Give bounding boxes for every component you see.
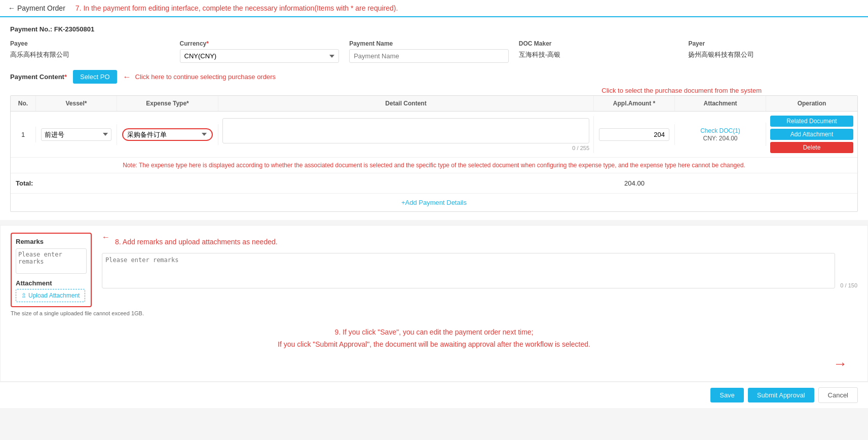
select-po-annotation: ← Click here to continue selecting purch… <box>123 72 276 82</box>
bottom-section: Remarks Attachment ⇫ Upload Attachment ←… <box>0 225 868 382</box>
upload-label: Upload Attachment <box>28 292 80 299</box>
expense-type-oval: 采购备件订单 <box>122 128 213 141</box>
payee-value: 高乐高科技有限公司 <box>10 49 170 60</box>
remarks-label: Remarks <box>16 238 87 245</box>
doc-maker-group: DOC Maker 互海科技-高银 <box>519 40 689 60</box>
row-vessel: 前进号 <box>36 124 117 145</box>
cancel-button[interactable]: Cancel <box>818 387 858 403</box>
row-expense-type: 采购备件订单 <box>117 124 218 145</box>
payment-table: No. Vessel* Expense Type* Detail Content… <box>10 95 858 212</box>
related-document-button[interactable]: Related Document <box>770 116 853 127</box>
upload-attachment-button[interactable]: ⇫ Upload Attachment <box>16 289 85 302</box>
step9-line1: 9. If you click "Save", you can edit the… <box>11 326 857 339</box>
note-text: Note: The expense type here is displayed… <box>16 162 852 169</box>
payment-name-input[interactable] <box>349 49 509 63</box>
row-no: 1 <box>11 127 36 142</box>
col-operation: Operation <box>766 96 857 111</box>
select-po-annotation-text: Click here to continue selecting purchas… <box>135 73 276 81</box>
top-instruction: 7. In the payment form editing interface… <box>76 4 398 12</box>
file-size-note: The size of a single uploaded file canno… <box>11 310 857 316</box>
remarks-full-row: 0 / 150 <box>102 253 857 288</box>
table-header: No. Vessel* Expense Type* Detail Content… <box>11 96 857 112</box>
remarks-full-textarea[interactable] <box>102 253 835 288</box>
payment-no-value: FK-23050801 <box>54 25 95 33</box>
payment-no-label: Payment No.: <box>10 25 52 33</box>
payment-content-label: Payment Content* <box>10 73 67 81</box>
step9-annotation: 9. If you click "Save", you can edit the… <box>11 326 857 351</box>
currency-label: Currency* <box>180 40 339 47</box>
delete-button[interactable]: Delete <box>770 142 853 153</box>
currency-group: Currency* CNY(CNY) <box>180 40 350 63</box>
cny-amount: CNY: 204.00 <box>703 135 737 142</box>
right-remarks-area: ← 8. Add remarks and upload attachments … <box>102 233 857 288</box>
check-doc-link[interactable]: Check DOC(1) <box>700 127 740 134</box>
col-expense-type: Expense Type* <box>117 96 218 111</box>
bottom-arrow-wrapper: → <box>11 356 857 372</box>
note-row: Note: The expense type here is displayed… <box>11 158 857 173</box>
payer-value: 扬州高银科技有限公司 <box>688 49 848 60</box>
step8-row: ← 8. Add remarks and upload attachments … <box>102 233 857 249</box>
add-payment-link[interactable]: +Add Payment Details <box>401 199 467 206</box>
remarks-textarea[interactable] <box>16 248 87 274</box>
total-amount: 204.00 <box>594 176 675 190</box>
purchase-doc-annotation-text: Click to select the purchase document fr… <box>601 87 762 94</box>
upload-icon: ⇫ <box>21 292 26 299</box>
doc-maker-value: 互海科技-高银 <box>519 49 678 60</box>
top-bar: ← Payment Order 7. In the payment form e… <box>0 0 868 17</box>
detail-char-count: 0 / 255 <box>222 145 589 151</box>
row-attachment: Check DOC(1) CNY: 204.00 <box>675 123 766 146</box>
payment-name-group: Payment Name <box>349 40 519 63</box>
expense-type-select[interactable]: 采购备件订单 <box>127 131 208 138</box>
payment-content-row: Payment Content* Select PO ← Click here … <box>10 70 858 84</box>
col-no: No. <box>11 96 36 111</box>
amount-input[interactable] <box>599 128 669 141</box>
total-label: Total: <box>11 176 36 190</box>
add-payment-row: +Add Payment Details <box>11 194 857 211</box>
vessel-select[interactable]: 前进号 <box>41 128 111 141</box>
bottom-action-bar: Save Submit Approval Cancel <box>0 382 868 408</box>
row-detail-content: 0 / 255 <box>218 116 594 153</box>
submit-approval-button[interactable]: Submit Approval <box>748 388 814 402</box>
add-attachment-button[interactable]: Add Attachment <box>770 129 853 140</box>
currency-select[interactable]: CNY(CNY) <box>180 49 339 63</box>
payer-group: Payer 扬州高银科技有限公司 <box>688 40 858 60</box>
payment-no-row: Payment No.: FK-23050801 <box>10 25 858 33</box>
row-amount <box>594 124 675 145</box>
payer-label: Payer <box>688 40 848 47</box>
col-vessel: Vessel* <box>36 96 117 111</box>
attachment-label: Attachment <box>16 279 87 287</box>
payee-label: Payee <box>10 40 170 47</box>
payee-group: Payee 高乐高科技有限公司 <box>10 40 180 60</box>
remarks-attachment-box: Remarks Attachment ⇫ Upload Attachment <box>11 233 92 307</box>
doc-maker-label: DOC Maker <box>519 40 678 47</box>
col-attachment: Attachment <box>675 96 766 111</box>
table-row: 1 前进号 采购备件订单 0 / 255 Ch <box>11 112 857 158</box>
back-label: ← Payment Order <box>8 4 65 12</box>
back-button[interactable]: ← Payment Order <box>8 4 65 12</box>
detail-content-textarea[interactable] <box>222 118 589 143</box>
bottom-right-arrow-icon: → <box>833 356 847 372</box>
select-po-button[interactable]: Select PO <box>73 70 117 84</box>
save-button[interactable]: Save <box>710 388 744 402</box>
fields-row: Payee 高乐高科技有限公司 Currency* CNY(CNY) Payme… <box>10 40 858 63</box>
col-appl-amount: Appl.Amount * <box>594 96 675 111</box>
left-arrow-icon: ← <box>123 72 131 82</box>
step9-line2: If you click "Submit Approval", the docu… <box>11 339 857 351</box>
step8-text: 8. Add remarks and upload attachments as… <box>115 238 278 246</box>
main-content: Payment No.: FK-23050801 Payee 高乐高科技有限公司… <box>0 17 868 220</box>
step8-arrow-icon: ← <box>102 233 110 242</box>
payment-name-label: Payment Name <box>349 40 509 47</box>
total-row: Total: 204.00 <box>11 173 857 194</box>
remarks-char-count: 0 / 150 <box>840 282 857 288</box>
row-operation: Related Document Add Attachment Delete <box>766 112 857 157</box>
purchase-doc-annotation-row: Click to select the purchase document fr… <box>10 87 858 94</box>
col-detail-content: Detail Content <box>218 96 594 111</box>
